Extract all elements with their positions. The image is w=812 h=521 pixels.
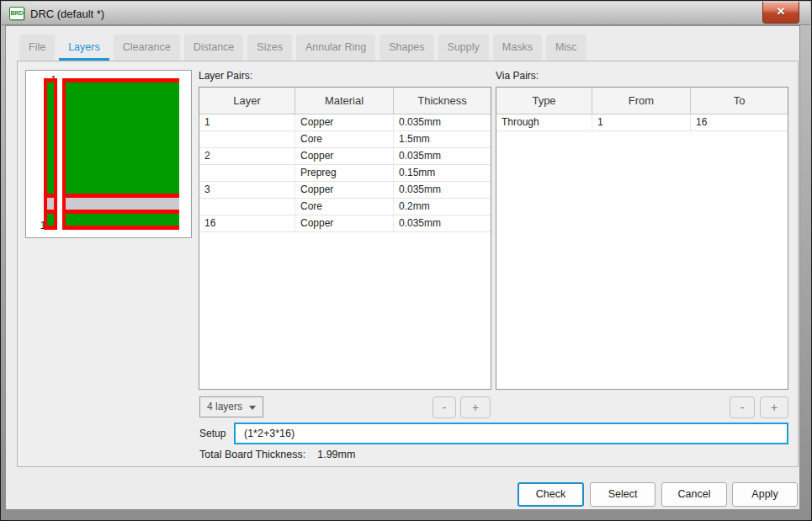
table-row[interactable]: 16 Copper 0.035mm <box>199 215 491 232</box>
copper-layer-1-line <box>44 78 57 82</box>
column-header-thickness: Thickness <box>394 88 491 114</box>
cell-layer[interactable]: 2 <box>199 148 295 164</box>
cell-thickness[interactable]: 0.2mm <box>394 199 491 215</box>
layer-pairs-header: Layer Material Thickness <box>199 88 491 114</box>
cell-thickness[interactable]: 0.15mm <box>394 165 491 181</box>
cell-material[interactable]: Core <box>295 199 394 215</box>
cell-material[interactable]: Copper <box>295 148 394 164</box>
table-row[interactable]: Core 1.5mm <box>199 131 491 148</box>
cell-thickness[interactable]: 0.035mm <box>394 148 491 164</box>
table-row[interactable]: Prepreg 0.15mm <box>199 165 491 182</box>
add-via-pair-button[interactable]: + <box>760 396 788 418</box>
title-bar[interactable]: BRD DRC (default *) ✕ <box>2 2 810 25</box>
cell-layer[interactable]: 1 <box>199 114 295 130</box>
check-button[interactable]: Check <box>517 482 584 507</box>
copper-layer-3-line <box>44 210 57 214</box>
tab-bar: File Layers Clearance Distance Sizes Ann… <box>19 35 586 61</box>
tab-file[interactable]: File <box>19 35 55 61</box>
cell-type[interactable]: Through <box>496 114 592 130</box>
cell-thickness[interactable]: 1.5mm <box>394 131 491 147</box>
tab-shapes[interactable]: Shapes <box>379 35 433 61</box>
tab-clearance[interactable]: Clearance <box>114 35 180 61</box>
prepreg-strip <box>62 198 179 210</box>
setup-label: Setup <box>199 428 226 439</box>
column-header-to: To <box>691 88 788 114</box>
layers-count-value: 4 layers <box>207 401 242 412</box>
drc-dialog-window: BRD DRC (default *) ✕ File Layers Cleara… <box>0 0 812 521</box>
board-cross-section <box>62 78 179 230</box>
column-header-type: Type <box>496 88 592 114</box>
cell-layer[interactable] <box>199 199 295 215</box>
total-thickness-label: Total Board Thickness: <box>199 449 305 460</box>
layer-stack-preview: 1 2 3 16 <box>25 70 192 238</box>
tab-sizes[interactable]: Sizes <box>247 35 292 61</box>
cell-material[interactable]: Copper <box>295 114 394 130</box>
column-header-material: Material <box>295 88 394 114</box>
cell-thickness[interactable]: 0.035mm <box>394 215 491 231</box>
copper-layer-1-line <box>62 78 179 82</box>
cell-to[interactable]: 16 <box>691 114 788 130</box>
cell-layer[interactable] <box>199 165 295 181</box>
total-thickness-value: 1.99mm <box>317 449 355 460</box>
cell-thickness[interactable]: 0.035mm <box>394 182 491 198</box>
layer-pairs-table[interactable]: Layer Material Thickness 1 Copper 0.035m… <box>199 87 491 390</box>
setup-input[interactable] <box>234 423 788 444</box>
layers-count-select[interactable]: 4 layers <box>199 396 263 417</box>
column-header-layer: Layer <box>199 88 295 114</box>
select-button[interactable]: Select <box>590 482 655 507</box>
cancel-button[interactable]: Cancel <box>661 482 727 507</box>
cell-layer[interactable]: 3 <box>199 182 295 198</box>
via-plating-left <box>44 78 47 230</box>
tab-annular-ring[interactable]: Annular Ring <box>296 35 375 61</box>
apply-button[interactable]: Apply <box>732 482 798 507</box>
via-plating-edge <box>62 78 66 230</box>
via-pairs-header: Type From To <box>496 88 788 114</box>
cell-from[interactable]: 1 <box>592 114 691 130</box>
cell-thickness[interactable]: 0.035mm <box>394 114 491 130</box>
tab-misc[interactable]: Misc <box>546 35 586 61</box>
board-file-icon: BRD <box>9 7 24 20</box>
table-row[interactable]: 1 Copper 0.035mm <box>199 114 491 131</box>
column-header-from: From <box>592 88 691 114</box>
cell-layer[interactable] <box>199 131 295 147</box>
add-layer-pair-button[interactable]: + <box>460 396 491 418</box>
cell-material[interactable]: Core <box>295 131 394 147</box>
total-board-thickness: Total Board Thickness:1.99mm <box>199 449 355 460</box>
tab-supply[interactable]: Supply <box>438 35 489 61</box>
copper-layer-2-line <box>62 194 179 198</box>
table-row[interactable]: 3 Copper 0.035mm <box>199 182 491 199</box>
remove-layer-pair-button[interactable]: - <box>433 396 456 418</box>
tab-layers[interactable]: Layers <box>59 35 109 61</box>
via-pairs-table[interactable]: Type From To Through 1 16 <box>496 87 788 390</box>
via-barrel-column <box>44 78 57 230</box>
via-plating-right <box>54 78 57 230</box>
copper-layer-3-line <box>62 210 179 214</box>
copper-layer-16-line <box>62 226 179 230</box>
close-button[interactable]: ✕ <box>762 2 799 24</box>
table-row[interactable]: 2 Copper 0.035mm <box>199 148 491 165</box>
window-title: DRC (default *) <box>30 8 104 20</box>
copper-layer-2-line <box>44 194 57 198</box>
cell-material[interactable]: Copper <box>295 215 394 231</box>
remove-via-pair-button[interactable]: - <box>730 396 755 418</box>
tab-masks[interactable]: Masks <box>493 35 542 61</box>
table-row[interactable]: Through 1 16 <box>496 114 788 131</box>
cell-material[interactable]: Copper <box>295 182 394 198</box>
layer-pairs-label: Layer Pairs: <box>199 70 252 82</box>
chevron-down-icon <box>249 406 256 410</box>
copper-layer-16-line <box>44 226 57 230</box>
table-row[interactable]: Core 0.2mm <box>199 199 491 215</box>
via-pairs-label: Via Pairs: <box>496 70 539 82</box>
tab-distance[interactable]: Distance <box>184 35 244 61</box>
cell-material[interactable]: Prepreg <box>295 165 394 181</box>
cell-layer[interactable]: 16 <box>199 215 295 231</box>
